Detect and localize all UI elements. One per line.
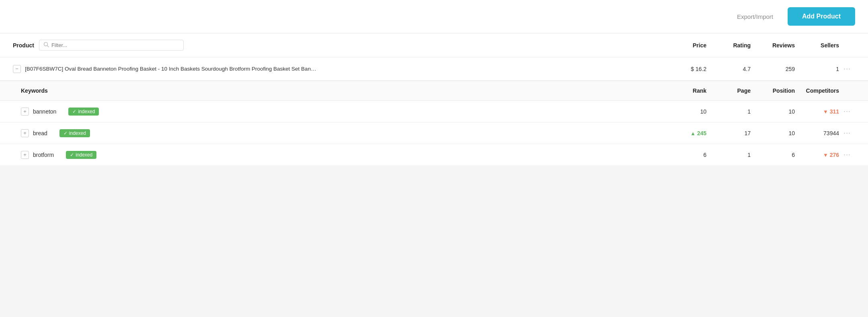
sellers-col-header: Sellers (795, 42, 839, 49)
rank-col-header: Rank (658, 87, 706, 94)
product-table: Product Price Rating Reviews Sellers − [… (0, 33, 868, 165)
top-bar: Export/Import Add Product (0, 0, 868, 33)
keyword-name-banneton: banneton (33, 108, 56, 115)
expand-keyword-banneton-button[interactable]: + (21, 108, 29, 116)
rank-bread: ▲ 245 (658, 130, 706, 136)
rank-banneton: 10 (658, 108, 706, 115)
keywords-col-header: Keywords (21, 87, 658, 94)
indexed-badge-banneton: ✓ indexed (68, 108, 99, 116)
keyword-name-bread: bread (33, 130, 47, 136)
position-brotform: 6 (751, 152, 795, 158)
keyword-cell-bread: + bread ✓ indexed (21, 129, 658, 137)
product-column-header-left: Product (13, 40, 658, 51)
product-rating: 4.7 (706, 66, 751, 72)
keyword-more-button-bread[interactable]: ··· (839, 129, 855, 137)
product-name-cell: − [B07F6SBW7C] Oval Bread Banneton Proof… (13, 65, 658, 73)
indexed-badge-brotform: ✓ indexed (66, 151, 96, 159)
expand-keyword-bread-button[interactable]: + (21, 129, 29, 137)
page-col-header: Page (706, 87, 751, 94)
product-price: $ 16.2 (658, 66, 706, 72)
indexed-badge-bread: ✓ indexed (59, 129, 90, 137)
keywords-section: Keywords Rank Page Position Competitors … (0, 81, 868, 165)
check-icon-brotform: ✓ (70, 152, 74, 158)
svg-line-1 (47, 46, 49, 47)
product-sellers: 1 (795, 66, 839, 72)
position-bread: 10 (751, 130, 795, 136)
rating-col-header: Rating (706, 42, 751, 49)
competitors-banneton: ▼ 311 (795, 108, 839, 115)
product-col-header: Product (13, 42, 34, 49)
competitors-bread: 73944 (795, 130, 839, 136)
competitors-brotform: ▼ 276 (795, 152, 839, 158)
keyword-row-brotform: + brotform ✓ indexed 6 1 6 ▼ 276 ··· (0, 144, 868, 165)
price-col-header: Price (658, 42, 706, 49)
reviews-col-header: Reviews (751, 42, 795, 49)
rank-brotform: 6 (658, 152, 706, 158)
arrow-down-icon-banneton: ▼ (823, 109, 828, 115)
product-reviews: 259 (751, 66, 795, 72)
keyword-cell-banneton: + banneton ✓ indexed (21, 108, 658, 116)
page-brotform: 1 (706, 152, 751, 158)
product-name: [B07F6SBW7C] Oval Bread Banneton Proofin… (25, 66, 316, 72)
expand-product-button[interactable]: − (13, 65, 21, 73)
keyword-more-button-banneton[interactable]: ··· (839, 107, 855, 116)
arrow-up-icon-bread: ▲ (690, 130, 696, 136)
keyword-row-banneton: + banneton ✓ indexed 10 1 10 ▼ 311 ··· (0, 101, 868, 122)
page-banneton: 1 (706, 108, 751, 115)
position-col-header: Position (751, 87, 795, 94)
product-more-button[interactable]: ··· (839, 65, 855, 73)
keyword-row-bread: + bread ✓ indexed ▲ 245 17 10 73944 ··· (0, 122, 868, 144)
keyword-name-brotform: brotform (33, 152, 54, 158)
expand-keyword-brotform-button[interactable]: + (21, 151, 29, 159)
page-bread: 17 (706, 130, 751, 136)
check-icon-bread: ✓ (63, 130, 68, 136)
competitors-col-header: Competitors (795, 87, 839, 94)
keyword-cell-brotform: + brotform ✓ indexed (21, 151, 658, 159)
filter-input-wrap[interactable] (39, 40, 184, 51)
filter-input[interactable] (51, 42, 179, 48)
export-import-button[interactable]: Export/Import (731, 9, 780, 24)
position-banneton: 10 (751, 108, 795, 115)
product-row: − [B07F6SBW7C] Oval Bread Banneton Proof… (0, 57, 868, 81)
add-product-button[interactable]: Add Product (788, 7, 855, 26)
keywords-header: Keywords Rank Page Position Competitors (0, 81, 868, 101)
arrow-down-icon-brotform: ▼ (823, 152, 828, 158)
product-table-header: Product Price Rating Reviews Sellers (0, 33, 868, 57)
keyword-more-button-brotform[interactable]: ··· (839, 150, 855, 159)
search-icon (43, 42, 49, 49)
check-icon-banneton: ✓ (72, 109, 76, 114)
